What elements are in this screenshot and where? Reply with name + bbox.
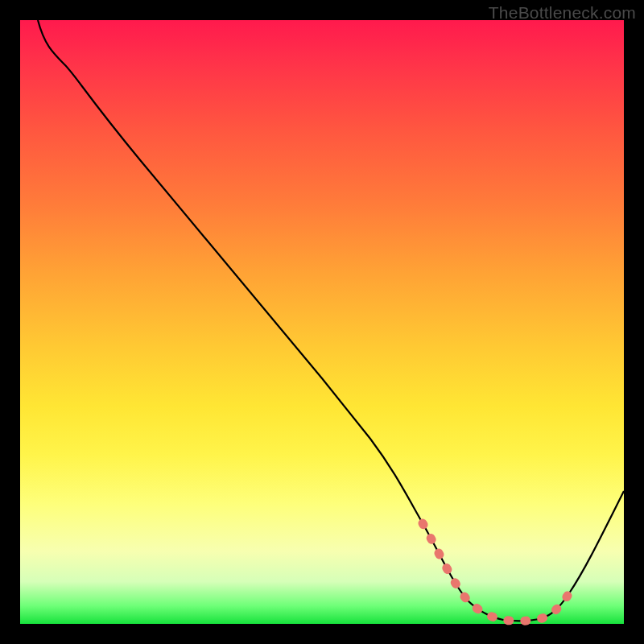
bottleneck-curve [20,20,624,624]
highlight-dots [423,523,568,621]
curve-path [38,20,624,621]
gradient-plot-area [20,20,624,624]
attribution-text: TheBottleneck.com [489,3,636,23]
outer-frame: TheBottleneck.com [0,0,644,644]
